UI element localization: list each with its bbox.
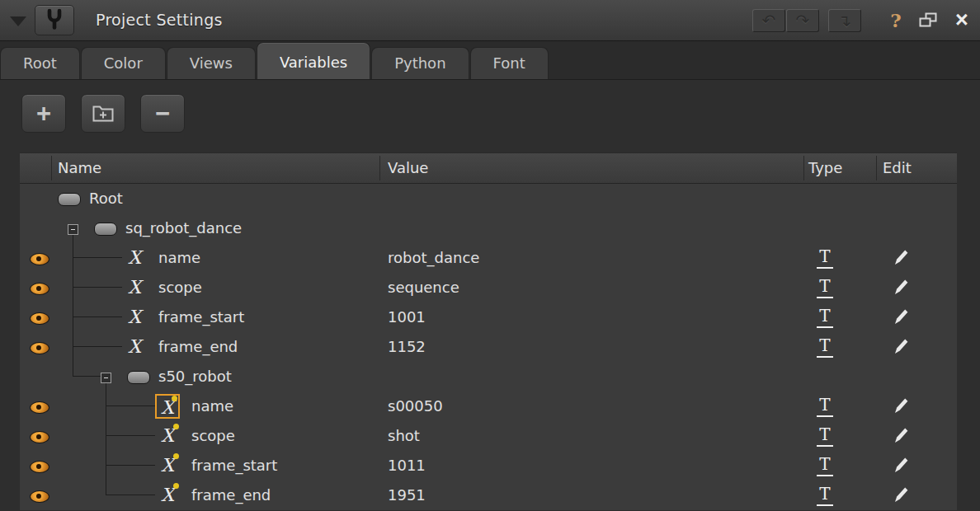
edit-button[interactable] <box>883 396 919 417</box>
tree-line <box>73 273 73 302</box>
tab-font[interactable]: Font <box>470 47 549 79</box>
titlebar: Project Settings ↶ ↷ ↴ ? × <box>0 0 980 41</box>
revert-arrow-icon: ↴ <box>838 12 852 30</box>
row-value[interactable]: 1951 <box>388 486 426 504</box>
row-name: scope <box>191 427 235 444</box>
table-row[interactable]: X frame_end 1152 T <box>20 332 957 362</box>
edit-button[interactable] <box>883 456 919 476</box>
edit-button[interactable] <box>883 248 919 269</box>
tab-variables[interactable]: Variables <box>257 42 370 79</box>
variable-icon[interactable]: X <box>155 394 180 419</box>
undo-button[interactable]: ↶ <box>752 9 785 32</box>
edit-button[interactable] <box>883 278 919 298</box>
expander-icon[interactable] <box>68 224 78 235</box>
string-type-icon: T <box>817 395 832 417</box>
string-type-icon: T <box>817 484 832 506</box>
table-row[interactable]: sq_robot_dance <box>20 213 957 243</box>
row-value[interactable]: robot_dance <box>388 249 479 266</box>
variable-icon[interactable]: X <box>122 335 147 359</box>
table-row[interactable]: X frame_start 1011 T <box>20 451 957 481</box>
collapse-triangle-icon[interactable] <box>10 16 26 26</box>
redo-icon: ↷ <box>796 12 810 30</box>
table-row[interactable]: X frame_start 1001 T <box>20 302 957 332</box>
expander-icon[interactable] <box>101 373 111 383</box>
variable-icon[interactable]: X <box>155 424 180 448</box>
row-value[interactable]: sequence <box>388 279 459 296</box>
override-dot-icon <box>173 453 179 459</box>
pencil-icon <box>893 494 909 506</box>
pencil-icon <box>893 434 909 447</box>
table-row[interactable]: X scope sequence T <box>20 273 957 302</box>
header-value[interactable]: Value <box>388 159 428 176</box>
eye-icon[interactable] <box>30 342 49 354</box>
add-group-button[interactable] <box>81 94 125 133</box>
variable-x-glyph: X <box>128 277 141 298</box>
header-name[interactable]: Name <box>58 159 101 176</box>
tab-color[interactable]: Color <box>81 47 166 79</box>
table-row[interactable]: X frame_end 1951 T <box>20 481 957 510</box>
help-button[interactable]: ? <box>884 9 907 32</box>
eye-icon[interactable] <box>30 401 49 414</box>
type-cell: T <box>807 335 843 358</box>
override-dot-icon <box>173 483 179 489</box>
tree-line <box>73 302 73 332</box>
edit-button[interactable] <box>883 307 919 328</box>
tab-views[interactable]: Views <box>167 47 256 79</box>
type-cell: T <box>807 276 843 298</box>
variable-icon[interactable]: X <box>122 305 147 330</box>
type-cell: T <box>807 306 843 328</box>
row-value[interactable]: s00050 <box>388 397 443 415</box>
variable-x-glyph: X <box>128 247 141 268</box>
eye-icon[interactable] <box>30 461 49 473</box>
tab-python[interactable]: Python <box>371 47 469 79</box>
node-properties-button[interactable] <box>35 5 74 35</box>
float-dock-button[interactable] <box>919 12 937 30</box>
eye-icon[interactable] <box>30 253 49 265</box>
row-value[interactable]: 1011 <box>388 457 426 474</box>
row-value[interactable]: 1001 <box>388 308 426 326</box>
window-title: Project Settings <box>96 11 223 29</box>
header-type[interactable]: Type <box>808 159 842 176</box>
close-button[interactable]: × <box>949 7 975 33</box>
tree-line <box>106 421 106 451</box>
eye-icon[interactable] <box>30 283 49 295</box>
type-cell: T <box>807 246 843 269</box>
table-body: Root sq_robot_dance X name robot_dance T <box>20 184 957 510</box>
tab-root[interactable]: Root <box>0 47 80 79</box>
remove-variable-button[interactable]: − <box>140 94 185 133</box>
header-edit[interactable]: Edit <box>883 159 912 176</box>
edit-button[interactable] <box>883 426 919 447</box>
row-name: frame_start <box>158 308 244 326</box>
table-row[interactable]: X name s00050 T <box>20 391 957 421</box>
table-row[interactable]: X scope shot T <box>20 421 957 451</box>
edit-button[interactable] <box>883 485 919 506</box>
row-name: name <box>158 249 200 266</box>
string-type-icon: T <box>817 246 832 269</box>
eye-icon[interactable] <box>30 490 49 503</box>
table-row[interactable]: X name robot_dance T <box>20 243 957 273</box>
variable-icon[interactable]: X <box>155 453 180 478</box>
tree-line <box>73 376 101 377</box>
table-row[interactable]: Root <box>20 184 957 213</box>
redo-button[interactable]: ↷ <box>786 9 819 32</box>
table-row[interactable]: s50_robot <box>20 362 957 391</box>
variable-icon[interactable]: X <box>122 246 147 270</box>
row-value[interactable]: shot <box>388 427 420 444</box>
undo-icon: ↶ <box>762 12 776 30</box>
add-variable-button[interactable]: + <box>21 94 66 133</box>
eye-icon[interactable] <box>30 431 49 443</box>
variable-icon[interactable]: X <box>155 483 180 508</box>
tree-line <box>73 287 122 288</box>
edit-button[interactable] <box>883 337 919 358</box>
variables-table: Name Value Type Edit Root sq_robot_dance… <box>20 152 957 510</box>
string-type-icon: T <box>817 454 832 476</box>
tree-line <box>73 316 122 317</box>
eye-icon[interactable] <box>30 312 49 325</box>
row-value[interactable]: 1152 <box>388 338 426 355</box>
tree-line <box>106 481 106 495</box>
variable-icon[interactable]: X <box>122 275 147 300</box>
revert-button[interactable]: ↴ <box>828 9 861 32</box>
tree-line <box>106 391 106 421</box>
string-type-icon: T <box>817 424 832 447</box>
variable-x-glyph: X <box>128 307 141 327</box>
